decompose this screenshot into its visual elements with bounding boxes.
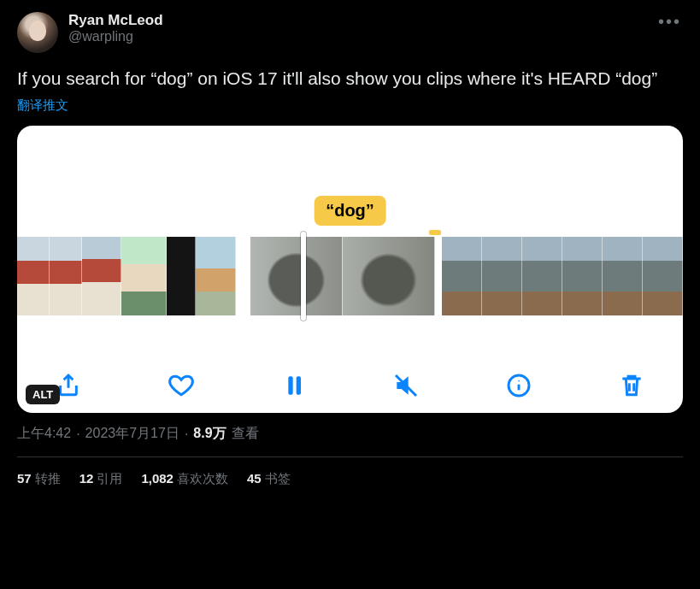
- stat-count: 12: [79, 471, 94, 486]
- search-marker-icon: [429, 230, 441, 235]
- thumbnail[interactable]: [121, 237, 167, 315]
- tweet-container: Ryan McLeod @warpling ••• If you search …: [0, 0, 700, 487]
- tweet-time[interactable]: 上午4:42: [17, 425, 71, 443]
- clip-gap: [236, 237, 250, 315]
- more-icon[interactable]: •••: [658, 12, 681, 32]
- views-label: 查看: [232, 425, 259, 443]
- thumbnail[interactable]: [603, 237, 643, 315]
- clip-group-2[interactable]: [250, 237, 435, 315]
- search-term-bubble: “dog”: [314, 196, 386, 226]
- thumbnail[interactable]: [17, 237, 50, 315]
- thumbnail[interactable]: [82, 237, 121, 315]
- thumbnail[interactable]: [442, 237, 482, 315]
- alt-badge[interactable]: ALT: [26, 385, 60, 404]
- thumbnail[interactable]: [482, 237, 522, 315]
- clip-group-1[interactable]: [17, 237, 236, 315]
- stat-likes[interactable]: 1,082喜欢次数: [141, 471, 228, 487]
- timeline-strip[interactable]: [17, 237, 683, 315]
- stat-count: 1,082: [141, 471, 174, 486]
- svg-rect-1: [296, 377, 300, 395]
- meta-sep: ·: [76, 427, 79, 442]
- tweet-date[interactable]: 2023年7月17日: [85, 425, 179, 443]
- handle: @warpling: [68, 29, 163, 44]
- thumbnail[interactable]: [50, 237, 82, 315]
- trash-icon[interactable]: [616, 370, 647, 401]
- thumbnail[interactable]: [250, 237, 343, 315]
- thumbnail[interactable]: [343, 237, 435, 315]
- author-block[interactable]: Ryan McLeod @warpling: [68, 12, 163, 44]
- tweet-stats: 57转推 12引用 1,082喜欢次数 45书签: [17, 457, 683, 487]
- svg-point-5: [518, 380, 520, 382]
- thumbnail[interactable]: [196, 237, 236, 315]
- views-count: 8.9万: [193, 425, 226, 443]
- heart-icon[interactable]: [166, 370, 197, 401]
- svg-rect-0: [288, 377, 292, 395]
- stat-bookmarks[interactable]: 45书签: [247, 471, 291, 487]
- stat-retweets[interactable]: 57转推: [17, 471, 61, 487]
- tweet-meta: 上午4:42 · 2023年7月17日 · 8.9万 查看: [17, 425, 683, 443]
- media-card[interactable]: “dog”: [17, 126, 683, 413]
- tweet-header: Ryan McLeod @warpling: [17, 12, 683, 53]
- meta-sep: ·: [185, 427, 188, 442]
- stat-label: 引用: [97, 471, 122, 486]
- clip-group-3[interactable]: [442, 237, 683, 315]
- translate-link[interactable]: 翻译推文: [17, 97, 683, 114]
- info-icon[interactable]: [503, 370, 534, 401]
- pause-icon[interactable]: [279, 370, 309, 401]
- avatar[interactable]: [17, 12, 58, 53]
- stat-label: 书签: [265, 471, 291, 486]
- thumbnail[interactable]: [562, 237, 603, 315]
- thumbnail[interactable]: [522, 237, 562, 315]
- thumbnail[interactable]: [643, 237, 683, 315]
- mute-icon[interactable]: [391, 370, 421, 401]
- stat-label: 转推: [35, 471, 61, 486]
- stat-label: 喜欢次数: [177, 471, 228, 486]
- tweet-text: If you search for “dog” on iOS 17 it'll …: [17, 67, 683, 91]
- clip-gap: [435, 237, 442, 315]
- display-name: Ryan McLeod: [68, 12, 163, 29]
- stat-count: 57: [17, 471, 32, 486]
- thumbnail[interactable]: [167, 237, 196, 315]
- timeline-playhead[interactable]: [301, 232, 306, 321]
- media-controls: [17, 370, 683, 401]
- stat-quotes[interactable]: 12引用: [79, 471, 123, 487]
- stat-count: 45: [247, 471, 262, 486]
